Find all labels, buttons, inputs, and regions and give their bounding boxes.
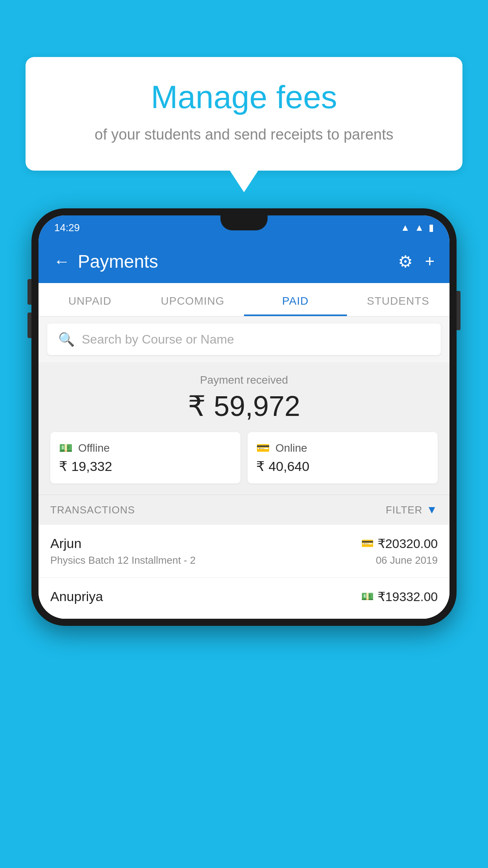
settings-icon[interactable]: ⚙: [398, 252, 413, 271]
payment-cards: 💵 Offline ₹ 19,332 💳 Online ₹ 40,640: [50, 432, 438, 484]
transaction-top-2: Anupriya 💵 ₹19332.00: [50, 589, 438, 604]
filter-icon: ▼: [426, 504, 438, 516]
signal-icon: ▲: [415, 222, 424, 233]
search-icon: 🔍: [58, 331, 75, 347]
status-icons: ▲ ▲ ▮: [400, 222, 434, 233]
filter-button[interactable]: FILTER ▼: [386, 504, 438, 516]
volume-up-button[interactable]: [28, 279, 31, 305]
transaction-name-1: Arjun: [50, 536, 81, 551]
speech-bubble: Manage fees of your students and send re…: [26, 57, 462, 171]
filter-label: FILTER: [386, 504, 423, 516]
online-amount: ₹ 40,640: [256, 458, 429, 474]
tab-paid[interactable]: PAID: [244, 283, 347, 316]
add-icon[interactable]: +: [425, 252, 435, 271]
offline-label: Offline: [78, 442, 110, 454]
offline-payment-card: 💵 Offline ₹ 19,332: [50, 432, 240, 484]
app-bar-right: ⚙ +: [398, 252, 435, 271]
transaction-amount-1: ₹20320.00: [378, 536, 438, 551]
transaction-amount-2: ₹19332.00: [378, 589, 438, 604]
speech-bubble-container: Manage fees of your students and send re…: [26, 57, 462, 171]
search-placeholder: Search by Course or Name: [82, 332, 234, 347]
offline-icon: 💵: [59, 441, 73, 454]
search-container: 🔍 Search by Course or Name: [39, 316, 449, 362]
volume-down-button[interactable]: [28, 313, 31, 338]
app-bar: ← Payments ⚙ +: [39, 240, 449, 283]
online-payment-card: 💳 Online ₹ 40,640: [248, 432, 438, 484]
payment-received-label: Payment received: [50, 374, 438, 386]
status-time: 14:29: [54, 222, 80, 234]
search-bar[interactable]: 🔍 Search by Course or Name: [47, 324, 441, 355]
app-bar-left: ← Payments: [53, 251, 158, 272]
transaction-amount-wrap-1: 💳 ₹20320.00: [361, 536, 438, 551]
tab-unpaid[interactable]: UNPAID: [39, 283, 141, 316]
table-row[interactable]: Arjun 💳 ₹20320.00 Physics Batch 12 Insta…: [39, 525, 449, 578]
power-button[interactable]: [457, 291, 460, 330]
phone-screen: 14:29 ▲ ▲ ▮ ← Payments ⚙ +: [39, 215, 449, 619]
wifi-icon: ▲: [400, 222, 410, 233]
app-bar-title: Payments: [78, 251, 158, 272]
payment-summary: Payment received ₹ 59,972 💵 Offline ₹ 19…: [39, 362, 449, 495]
bubble-subtitle: of your students and send receipts to pa…: [49, 124, 439, 145]
transaction-name-2: Anupriya: [50, 589, 103, 604]
battery-icon: ▮: [429, 222, 434, 233]
offline-payment-icon-2: 💵: [361, 590, 374, 603]
transactions-header: TRANSACTIONS FILTER ▼: [39, 495, 449, 525]
transaction-top-1: Arjun 💳 ₹20320.00: [50, 536, 438, 551]
transaction-course-1: Physics Batch 12 Installment - 2: [50, 554, 196, 566]
transaction-amount-wrap-2: 💵 ₹19332.00: [361, 589, 438, 604]
transaction-date-1: 06 June 2019: [376, 554, 438, 566]
phone-notch: [220, 215, 268, 230]
transaction-bottom-1: Physics Batch 12 Installment - 2 06 June…: [50, 554, 438, 566]
online-label: Online: [275, 442, 307, 454]
back-button[interactable]: ←: [53, 252, 70, 271]
tabs-container: UNPAID UPCOMING PAID STUDENTS: [39, 283, 449, 316]
tab-students[interactable]: STUDENTS: [347, 283, 450, 316]
online-card-header: 💳 Online: [256, 441, 429, 454]
status-bar: 14:29 ▲ ▲ ▮: [39, 215, 449, 240]
tab-upcoming[interactable]: UPCOMING: [141, 283, 244, 316]
transactions-label: TRANSACTIONS: [50, 504, 135, 516]
online-payment-icon-1: 💳: [361, 537, 374, 550]
bubble-title: Manage fees: [49, 79, 439, 116]
table-row[interactable]: Anupriya 💵 ₹19332.00: [39, 578, 449, 619]
offline-amount: ₹ 19,332: [59, 458, 232, 474]
online-icon: 💳: [256, 441, 270, 454]
phone-frame: 14:29 ▲ ▲ ▮ ← Payments ⚙ +: [31, 208, 457, 626]
payment-total-amount: ₹ 59,972: [50, 390, 438, 423]
phone-frame-wrapper: 14:29 ▲ ▲ ▮ ← Payments ⚙ +: [31, 208, 457, 626]
offline-card-header: 💵 Offline: [59, 441, 232, 454]
